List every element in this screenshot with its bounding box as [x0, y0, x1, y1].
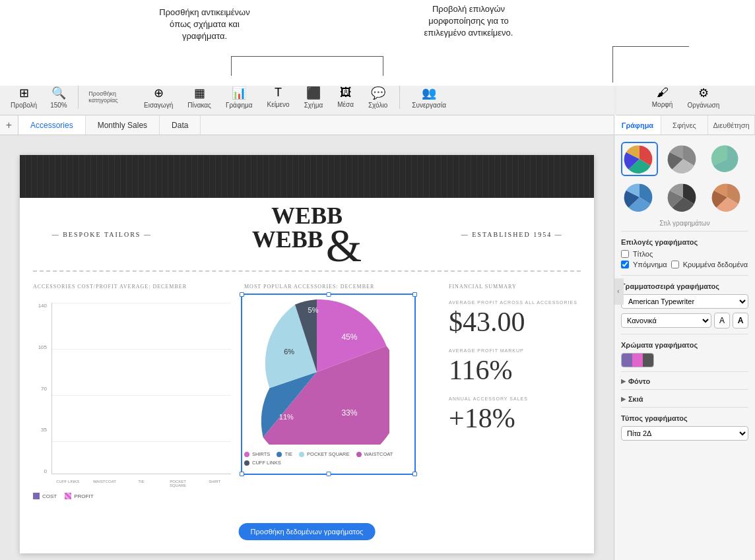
- media-icon: 🖼: [340, 86, 352, 100]
- legend-checkbox-row: Υπόμνημα: [621, 261, 667, 268]
- tab-accessories[interactable]: Accessories: [18, 115, 86, 135]
- pie-label-45: 45%: [341, 332, 357, 342]
- tab-monthly-sales[interactable]: Monthly Sales: [86, 115, 160, 135]
- hidden-data-checkbox-row: Κρυμμένα δεδομένα: [671, 261, 748, 268]
- collab-button[interactable]: 👥 Συνεργασία: [407, 83, 451, 111]
- shape-label: Σχήμα: [304, 102, 323, 109]
- font-family-select[interactable]: American Typewriter: [621, 294, 748, 309]
- chart-style-thumbnails: [621, 142, 748, 214]
- fin-value-3: +18%: [449, 402, 581, 434]
- fin-value-2: 116%: [449, 354, 581, 386]
- chart-label: Γράφημα: [226, 102, 253, 109]
- font-style-select[interactable]: Κανονικά: [621, 313, 711, 328]
- divider-1: [621, 231, 748, 232]
- chart-icon: 📊: [232, 86, 246, 100]
- bar-legend: COST PROFIT: [33, 493, 231, 499]
- view-button[interactable]: ⊞ Προβολή: [5, 83, 42, 111]
- zigzag-pattern: [20, 155, 594, 198]
- collapse-panel-button[interactable]: ‹: [614, 278, 624, 305]
- pie-legend-pocketsquare: POCKET SQUARE: [299, 451, 349, 457]
- legend-profit-swatch: [65, 493, 71, 499]
- rpanel-tab-arrange[interactable]: Διευθέτηση: [708, 115, 755, 135]
- type-dropdown-row: Πίτα 2Δ: [621, 426, 748, 441]
- chart-thumb-2[interactable]: [665, 142, 702, 176]
- sel-handle-tl[interactable]: [240, 292, 244, 297]
- text-button[interactable]: T Κείμενο: [262, 83, 295, 111]
- ylabel-70: 70: [41, 386, 47, 392]
- bar-chart-canvas: 140 105 70 35 0: [33, 303, 231, 487]
- pie-label-6: 6%: [284, 348, 294, 356]
- rpanel-tab-wedges[interactable]: Σφήνες: [661, 115, 708, 135]
- table-label: Πίνακας: [187, 102, 211, 109]
- color-swatch[interactable]: [621, 353, 654, 367]
- right-panel: ‹: [614, 135, 755, 560]
- view-label: Προβολή: [11, 102, 37, 109]
- legend-profit: PROFIT: [65, 493, 93, 499]
- legend-cost-label: COST: [42, 493, 57, 499]
- text-icon: T: [275, 86, 282, 100]
- bracket-line-left: [231, 56, 232, 76]
- comment-label: Σχόλιο: [368, 102, 387, 109]
- comment-button[interactable]: 💬 Σχόλιο: [363, 83, 393, 111]
- fonto-disclosure[interactable]: ▶ Φόντο: [621, 377, 748, 385]
- add-tab-button[interactable]: +: [0, 115, 18, 135]
- fonto-arrow: ▶: [621, 378, 626, 385]
- pie-legend-pocketsquare-label: POCKET SQUARE: [307, 451, 349, 457]
- toolbar-divider-2: [399, 85, 400, 109]
- add-category-button[interactable]: Προσθήκη κατηγορίας: [83, 88, 127, 106]
- media-button[interactable]: 🖼 Μέσα: [332, 83, 359, 111]
- zoom-label: 150%: [50, 102, 67, 109]
- ylabel-105: 105: [38, 344, 47, 350]
- shape-button[interactable]: ⬛ Σχήμα: [299, 83, 329, 111]
- bar-chart-bars: [51, 303, 231, 474]
- font-regular-button[interactable]: A: [714, 313, 730, 328]
- font-bold-button[interactable]: A: [733, 313, 748, 328]
- zoom-icon: 🔍: [51, 86, 66, 100]
- ylabel-0: 0: [44, 468, 47, 474]
- brand-left: — BESPOKE TAILORS —: [20, 231, 184, 238]
- legend-checkbox[interactable]: [621, 261, 629, 268]
- add-chart-data-button[interactable]: Προσθήκη δεδομένων γραφήματος: [239, 523, 376, 540]
- chart-thumb-3[interactable]: [709, 142, 746, 176]
- insert-button[interactable]: ⊕ Εισαγωγή: [139, 83, 178, 111]
- format-icon: 🖌: [657, 86, 669, 100]
- established-text: — ESTABLISHED 1954 —: [461, 231, 563, 238]
- table-button[interactable]: ▦ Πίνακας: [182, 83, 216, 111]
- tab-data[interactable]: Data: [160, 115, 201, 135]
- format-button[interactable]: 🖌 Μορφή: [647, 83, 678, 111]
- chart-button[interactable]: 📊 Γράφημα: [220, 83, 258, 111]
- chart-thumb-5[interactable]: [665, 180, 702, 214]
- organize-button[interactable]: ⚙ Οργάνωση: [682, 83, 725, 111]
- insert-label: Εισαγωγή: [144, 102, 173, 109]
- chart-thumb-6[interactable]: [709, 180, 746, 214]
- chart-type-select[interactable]: Πίτα 2Δ: [621, 426, 748, 441]
- right-panel-tabs: Γράφημα Σφήνες Διευθέτηση: [614, 115, 755, 135]
- pie-chart-area[interactable]: MOST POPULAR ACCESSORIES: DECEMBER 45%: [244, 284, 436, 514]
- logo-text-webb1: WEBB: [184, 204, 430, 228]
- skia-disclosure[interactable]: ▶ Σκιά: [621, 395, 748, 403]
- bracket-line-top: [231, 56, 383, 57]
- xlabel-pocketsquare: POCKET SQUARE: [162, 480, 195, 487]
- rpanel-tab-chart[interactable]: Γράφημα: [614, 115, 661, 135]
- title-checkbox[interactable]: [621, 250, 629, 258]
- doc-page: — BESPOKE TAILORS — WEBB WEBB & — ESTABL…: [20, 155, 594, 553]
- format-label: Μορφή: [652, 101, 673, 108]
- divider-3: [621, 334, 748, 334]
- financial-area: FINANCIAL SUMMARY AVERAGE PROFIT ACROSS …: [449, 284, 581, 514]
- pie-chart-title: MOST POPULAR ACCESSORIES: DECEMBER: [244, 284, 436, 290]
- callout-right-hline: [613, 46, 689, 47]
- callout-area: Προσθήκη αντικειμένωνόπως σχήματα καιγρα…: [0, 0, 755, 86]
- chart-thumb-4[interactable]: [621, 180, 658, 214]
- sel-handle-bl[interactable]: [240, 472, 244, 476]
- hidden-data-checkbox[interactable]: [671, 261, 679, 268]
- pie-legend-cufflinks: CUFF LINKS: [244, 460, 281, 466]
- zoom-button[interactable]: 🔍 150%: [45, 83, 73, 111]
- pie-dot-waistcoat: [356, 452, 362, 457]
- main-content: — BESPOKE TAILORS — WEBB WEBB & — ESTABL…: [0, 135, 614, 560]
- right-panel-inner: ‹: [621, 142, 748, 441]
- bar-chart-area[interactable]: ACCESSORIES COST/PROFIT AVERAGE: DECEMBE…: [33, 284, 231, 514]
- chart-thumb-1[interactable]: [621, 142, 658, 176]
- legend-checkbox-label: Υπόμνημα: [633, 261, 667, 268]
- media-label: Μέσα: [337, 101, 354, 108]
- pie-label-33: 33%: [341, 408, 357, 418]
